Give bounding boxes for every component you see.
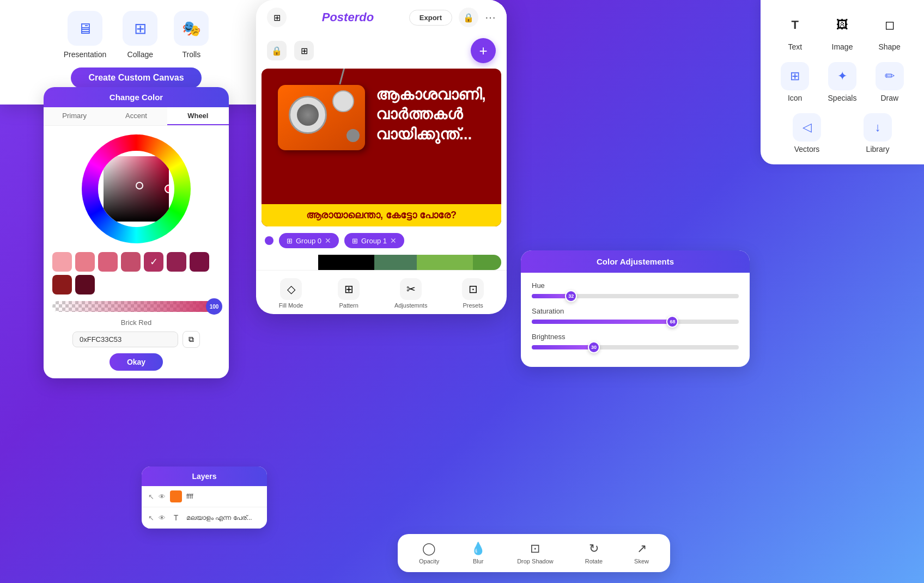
adjustments-label: Adjustemnts (394, 302, 428, 309)
layer-vis-icon-1[interactable]: 👁 (159, 514, 166, 522)
rotate-button[interactable]: ↻ Rotate (585, 542, 603, 564)
presentation-item[interactable]: 🖥 Presentation (64, 11, 107, 59)
collage-icon: ⊞ (123, 11, 157, 46)
hex-input[interactable] (72, 332, 178, 347)
malayalam-line2: വാർത്തകൾ (376, 105, 490, 124)
presets-button[interactable]: ⊡ Presets (462, 278, 484, 309)
phone-toolbar: 🔒 ⊞ + (256, 35, 507, 69)
color-bars (262, 255, 501, 270)
tab-wheel[interactable]: Wheel (167, 107, 229, 125)
icon-tool[interactable]: ⊞ Icon (781, 62, 809, 102)
blur-label: Blur (473, 558, 484, 564)
radio-dial (332, 90, 354, 112)
color-dot-outer (165, 185, 169, 193)
grid-button[interactable]: ⊞ (294, 41, 314, 60)
hue-slider-thumb[interactable]: 32 (565, 290, 577, 302)
brightness-row: Brightness 30 (532, 333, 739, 349)
layer-select-icon-1: ↖ (148, 514, 154, 522)
radio-body (278, 85, 365, 150)
swatch-8[interactable] (52, 275, 72, 294)
vectors-icon: ◁ (793, 113, 821, 142)
swatch-6[interactable] (167, 252, 186, 272)
drop-shadow-label: Drop Shadow (517, 558, 554, 564)
blur-button[interactable]: 💧 Blur (471, 542, 485, 564)
layers-button[interactable]: ⊞ (267, 8, 287, 27)
tab-accent[interactable]: Accent (105, 107, 167, 125)
right-panel: T Text 🖼 Image ◻ Shape ⊞ Icon ✦ Specials… (761, 0, 924, 164)
group-1-close[interactable]: ✕ (390, 236, 397, 245)
fill-mode-label: Fill Mode (279, 302, 303, 309)
text-tool[interactable]: T Text (781, 11, 809, 51)
color-swatches (44, 252, 229, 299)
add-element-button[interactable]: + (471, 38, 496, 63)
collage-item[interactable]: ⊞ Collage (123, 11, 157, 59)
saturation-row: Saturation 68 (532, 307, 739, 324)
swatch-1[interactable] (52, 252, 72, 272)
opacity-button[interactable]: ◯ Opacity (419, 542, 439, 564)
presentation-label: Presentation (64, 50, 107, 59)
saturation-slider-track[interactable]: 68 (532, 320, 739, 324)
yellow-bar-text: ആരായാലെന്താ, കേട്ടോ പോരേ? (306, 210, 457, 220)
color-picker-card: Change Color Primary Accent Wheel 100 (44, 87, 229, 378)
create-custom-canvas-button[interactable]: Create Custom Canvas (71, 67, 201, 88)
color-dot-inner (136, 182, 143, 189)
swatch-7[interactable] (190, 252, 209, 272)
okay-button[interactable]: Okay (110, 353, 163, 371)
library-tool[interactable]: ↓ Library (864, 113, 892, 154)
image-icon: 🖼 (828, 11, 856, 39)
layer-row-0[interactable]: ↖ 👁 ffff (142, 486, 267, 507)
bar-white (262, 255, 318, 270)
saturation-slider-thumb[interactable]: 68 (666, 316, 678, 328)
hue-slider-track[interactable]: 32 (532, 294, 739, 298)
brightness-slider-track[interactable]: 30 (532, 345, 739, 349)
vectors-tool[interactable]: ◁ Vectors (793, 113, 821, 154)
header-right: Export 🔒 ⋯ (409, 8, 496, 27)
specials-tool[interactable]: ✦ Specials (828, 62, 857, 102)
phone-card: ⊞ Posterdo Export 🔒 ⋯ 🔒 ⊞ + (256, 0, 507, 314)
layer-name-1: മലയാളം എന്ന പേര്... (186, 514, 260, 521)
shape-tool[interactable]: ◻ Shape (876, 11, 904, 51)
layer-thumb-0 (170, 490, 182, 502)
swatch-4[interactable] (121, 252, 141, 272)
group-0-close[interactable]: ✕ (325, 236, 331, 245)
swatch-5-selected[interactable] (144, 252, 163, 272)
more-options-button[interactable]: ⋯ (485, 11, 496, 24)
layer-vis-icon-0[interactable]: 👁 (159, 493, 166, 501)
group-1-pill[interactable]: ⊞ Group 1 ✕ (344, 233, 404, 248)
pattern-icon: ⊞ (338, 278, 360, 300)
brightness-slider-thumb[interactable]: 30 (588, 341, 600, 353)
groups-row: ⊞ Group 0 ✕ ⊞ Group 1 ✕ (256, 226, 507, 255)
color-gradient-box[interactable] (104, 156, 169, 222)
skew-button[interactable]: ↗ Skew (634, 542, 649, 564)
color-wheel[interactable] (82, 134, 191, 243)
export-button[interactable]: Export (409, 10, 452, 26)
opacity-slider-area[interactable]: 100 (44, 299, 229, 316)
group-dot[interactable] (265, 236, 273, 245)
phone-header: ⊞ Posterdo Export 🔒 ⋯ (256, 0, 507, 35)
fill-mode-button[interactable]: ◇ Fill Mode (279, 278, 303, 309)
copy-hex-button[interactable]: ⧉ (183, 331, 200, 348)
layer-row-1[interactable]: ↖ 👁 T മലയാളം എന്ന പേര്... (142, 507, 267, 529)
swatch-9[interactable] (75, 275, 95, 294)
radio-knob (346, 129, 360, 142)
pattern-button[interactable]: ⊞ Pattern (338, 278, 360, 309)
swatch-2[interactable] (75, 252, 95, 272)
hue-label: Hue (532, 281, 739, 290)
text-icon: T (781, 11, 809, 39)
adjustments-button[interactable]: ✂ Adjustemnts (394, 278, 428, 309)
color-wheel-area[interactable] (44, 126, 229, 252)
trolls-item[interactable]: 🎭 Trolls (174, 11, 209, 59)
drop-shadow-button[interactable]: ⊡ Drop Shadow (517, 542, 554, 564)
blur-icon: 💧 (471, 542, 485, 556)
group-0-pill[interactable]: ⊞ Group 0 ✕ (279, 233, 339, 248)
draw-tool[interactable]: ✏ Draw (876, 62, 904, 102)
swatch-3[interactable] (98, 252, 118, 272)
rotate-label: Rotate (585, 558, 603, 564)
saturation-value: 68 (670, 319, 675, 324)
malayalam-line1: ആകാശവാണി, (376, 85, 490, 105)
undo-button[interactable]: 🔒 (267, 41, 287, 60)
tab-primary[interactable]: Primary (44, 107, 105, 125)
library-label: Library (866, 145, 890, 154)
lock-button[interactable]: 🔒 (459, 8, 478, 27)
image-tool[interactable]: 🖼 Image (828, 11, 856, 51)
